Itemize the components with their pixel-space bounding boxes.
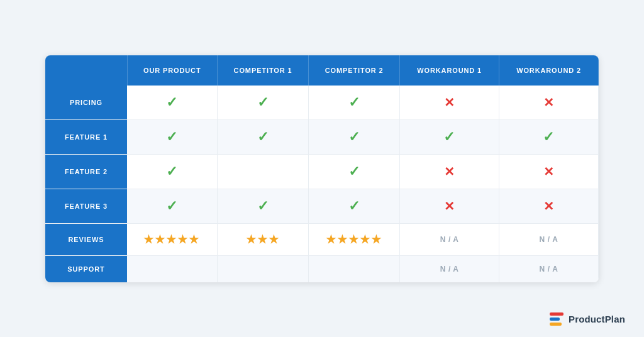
na-text: N / A <box>440 235 459 244</box>
cell-3-3: ✕ <box>400 189 499 223</box>
check-icon: ✓ <box>543 129 555 145</box>
cell-2-4: ✕ <box>499 154 599 189</box>
na-text: N / A <box>540 265 558 273</box>
cell-3-2: ✓ <box>309 189 400 223</box>
logo-text: ProductPlan <box>569 314 625 324</box>
logo-bar-blue <box>550 318 560 321</box>
cell-0-0: ✓ <box>127 86 217 120</box>
check-icon: ✓ <box>257 198 269 214</box>
stars-icon: ★★★ <box>246 233 280 246</box>
col-header-competitor1: COMPETITOR 1 <box>217 55 308 86</box>
na-text: N / A <box>540 235 558 244</box>
row-label: PRICING <box>45 86 127 120</box>
cell-5-3: N / A <box>400 255 499 282</box>
productplan-logo: ProductPlan <box>550 312 625 326</box>
table-row: FEATURE 2✓✓✕✕ <box>45 154 599 189</box>
table-row: PRICING✓✓✓✕✕ <box>45 86 599 120</box>
cell-3-1: ✓ <box>217 189 308 223</box>
cell-5-0 <box>127 255 217 282</box>
cell-5-1 <box>217 255 308 282</box>
cell-2-1 <box>217 154 308 189</box>
row-label: FEATURE 2 <box>45 154 127 189</box>
cell-2-3: ✕ <box>400 154 499 189</box>
check-icon: ✓ <box>166 94 178 110</box>
cell-0-3: ✕ <box>400 86 499 120</box>
check-icon: ✓ <box>443 129 455 145</box>
comparison-table: OUR PRODUCT COMPETITOR 1 COMPETITOR 2 WO… <box>45 55 599 282</box>
row-label: REVIEWS <box>45 223 127 255</box>
cell-4-4: N / A <box>499 223 599 255</box>
col-header-competitor2: COMPETITOR 2 <box>309 55 400 86</box>
col-header-label <box>45 55 127 86</box>
na-text: N / A <box>440 265 459 273</box>
check-icon: ✓ <box>166 129 178 145</box>
logo-icon <box>550 312 564 326</box>
logo-bar-yellow <box>550 323 562 326</box>
check-icon: ✓ <box>257 94 269 110</box>
cell-4-1: ★★★ <box>217 223 308 255</box>
check-icon: ✓ <box>348 94 360 110</box>
cell-1-1: ✓ <box>217 119 308 154</box>
cell-1-3: ✓ <box>400 119 499 154</box>
stars-icon: ★★★★★ <box>326 233 382 246</box>
row-label: FEATURE 3 <box>45 189 127 223</box>
table-row: REVIEWS★★★★★★★★★★★★★N / AN / A <box>45 223 599 255</box>
cell-4-3: N / A <box>400 223 499 255</box>
cell-1-0: ✓ <box>127 119 217 154</box>
cell-1-4: ✓ <box>499 119 599 154</box>
check-icon: ✓ <box>348 129 360 145</box>
check-icon: ✓ <box>166 198 178 214</box>
check-icon: ✓ <box>166 163 178 179</box>
cell-5-2 <box>309 255 400 282</box>
cell-2-2: ✓ <box>309 154 400 189</box>
col-header-our-product: OUR PRODUCT <box>127 55 217 86</box>
cross-icon: ✕ <box>543 165 555 179</box>
cross-icon: ✕ <box>543 96 555 109</box>
cell-1-2: ✓ <box>309 119 400 154</box>
check-icon: ✓ <box>348 198 360 214</box>
cross-icon: ✕ <box>444 96 455 109</box>
header-row: OUR PRODUCT COMPETITOR 1 COMPETITOR 2 WO… <box>45 55 599 86</box>
table-row: SUPPORTN / AN / A <box>45 255 599 282</box>
row-label: SUPPORT <box>45 255 127 282</box>
check-icon: ✓ <box>348 163 360 179</box>
col-header-workaround1: WORKAROUND 1 <box>400 55 499 86</box>
cross-icon: ✕ <box>444 199 455 213</box>
page-wrapper: OUR PRODUCT COMPETITOR 1 COMPETITOR 2 WO… <box>0 0 644 337</box>
cross-icon: ✕ <box>444 165 455 179</box>
logo-bar-red <box>550 312 564 316</box>
table-row: FEATURE 3✓✓✓✕✕ <box>45 189 599 223</box>
stars-icon: ★★★★★ <box>143 233 200 246</box>
cell-0-2: ✓ <box>309 86 400 120</box>
check-icon: ✓ <box>257 129 269 145</box>
row-label: FEATURE 1 <box>45 119 127 154</box>
cell-4-0: ★★★★★ <box>127 223 217 255</box>
cell-4-2: ★★★★★ <box>309 223 400 255</box>
cell-2-0: ✓ <box>127 154 217 189</box>
col-header-workaround2: WORKAROUND 2 <box>499 55 599 86</box>
table-row: FEATURE 1✓✓✓✓✓ <box>45 119 599 154</box>
cell-5-4: N / A <box>499 255 599 282</box>
cross-icon: ✕ <box>543 199 555 213</box>
cell-3-4: ✕ <box>499 189 599 223</box>
cell-3-0: ✓ <box>127 189 217 223</box>
cell-0-1: ✓ <box>217 86 308 120</box>
cell-0-4: ✕ <box>499 86 599 120</box>
comparison-table-container: OUR PRODUCT COMPETITOR 1 COMPETITOR 2 WO… <box>45 55 599 282</box>
